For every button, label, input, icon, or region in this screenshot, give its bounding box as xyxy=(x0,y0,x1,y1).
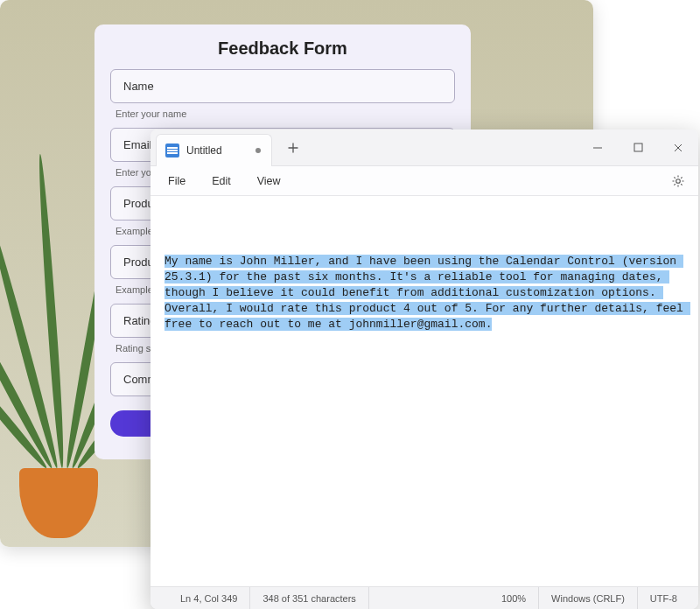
status-selection: 348 of 351 characters xyxy=(250,587,368,609)
plant-decoration xyxy=(9,66,105,468)
status-caret: Ln 4, Col 349 xyxy=(168,587,250,609)
menu-edit[interactable]: Edit xyxy=(201,171,242,192)
menu-file[interactable]: File xyxy=(158,171,196,192)
minimize-icon xyxy=(592,143,603,153)
maximize-icon xyxy=(634,143,643,152)
notepad-icon xyxy=(165,144,179,158)
menubar: File Edit View xyxy=(150,166,698,196)
minimize-button[interactable] xyxy=(578,130,618,165)
new-tab-button[interactable] xyxy=(281,136,305,160)
settings-button[interactable] xyxy=(665,168,691,194)
notepad-window: Untitled File Edit View xyxy=(150,130,698,609)
tab-title: Untitled xyxy=(186,144,248,157)
name-field[interactable]: Name xyxy=(110,69,455,103)
close-icon xyxy=(673,143,683,153)
svg-rect-0 xyxy=(634,144,642,151)
form-title: Feedback Form xyxy=(110,38,455,59)
name-hint: Enter your name xyxy=(110,103,455,119)
status-encoding[interactable]: UTF-8 xyxy=(638,587,690,609)
status-zoom[interactable]: 100% xyxy=(489,587,539,609)
plant-pot xyxy=(19,468,98,538)
selected-text: My name is John Miller, and I have been … xyxy=(164,255,690,331)
plus-icon xyxy=(287,142,299,154)
status-eol[interactable]: Windows (CRLF) xyxy=(539,587,638,609)
svg-point-1 xyxy=(676,178,681,183)
text-editor[interactable]: My name is John Miller, and I have been … xyxy=(150,196,698,586)
tab-untitled[interactable]: Untitled xyxy=(156,134,272,166)
titlebar[interactable]: Untitled xyxy=(150,130,698,166)
menu-view[interactable]: View xyxy=(247,171,291,192)
statusbar: Ln 4, Col 349 348 of 351 characters 100%… xyxy=(150,586,698,609)
gear-icon xyxy=(671,174,685,188)
close-button[interactable] xyxy=(658,130,698,165)
maximize-button[interactable] xyxy=(618,130,658,165)
unsaved-indicator-icon xyxy=(256,148,261,153)
